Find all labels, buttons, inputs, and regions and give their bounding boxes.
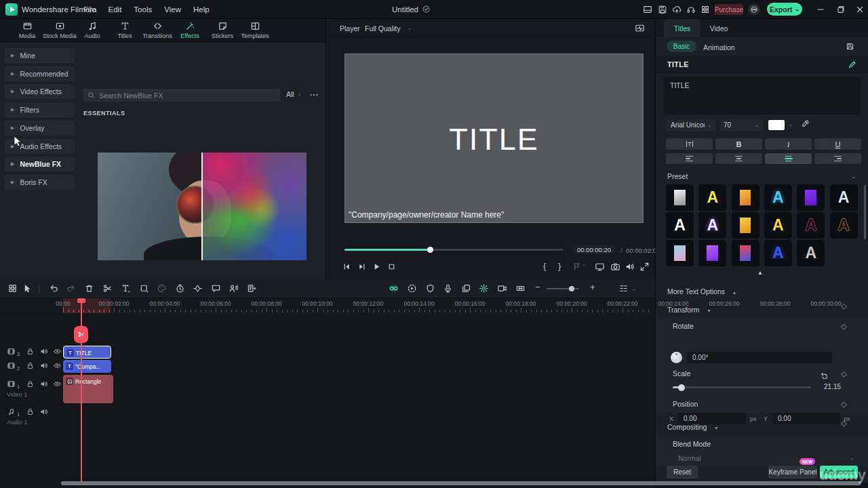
sidebar-item-mine[interactable]: ▶Mine bbox=[4, 48, 75, 63]
close-button[interactable] bbox=[855, 5, 865, 14]
udemy-watermark: udemy bbox=[819, 466, 865, 484]
preview-canvas[interactable]: TITLE "Company/page/owner/creator Name h… bbox=[344, 54, 644, 223]
seek-bar[interactable] bbox=[344, 249, 564, 251]
resources-grid-icon[interactable] bbox=[701, 5, 710, 14]
mark-in-button[interactable]: { bbox=[543, 261, 546, 271]
media-icon bbox=[22, 21, 33, 31]
menu-help[interactable]: Help bbox=[193, 5, 210, 14]
sidebar-item-filters[interactable]: ▶Filters bbox=[4, 102, 75, 117]
preset-white[interactable]: A bbox=[666, 212, 694, 239]
clip-label: TITLE bbox=[76, 350, 92, 357]
preset-blue[interactable]: A bbox=[764, 240, 792, 266]
quality-dropdown[interactable]: Full Quality bbox=[365, 24, 401, 33]
marker-chevron-icon: ⌄ bbox=[582, 261, 587, 267]
preset-yellow-2[interactable]: A bbox=[764, 212, 792, 239]
sidebar-item-video-effects[interactable]: ▶Video Effects bbox=[4, 84, 75, 99]
tab-audio[interactable]: Audio bbox=[76, 21, 108, 41]
previous-frame-button[interactable] bbox=[342, 262, 352, 272]
search-bar[interactable] bbox=[83, 89, 280, 102]
scopes-icon[interactable] bbox=[635, 23, 645, 33]
sidebar-item-newblue-fx[interactable]: ▶NewBlue FX bbox=[4, 157, 75, 171]
sidebar-item-recommended[interactable]: ▶Recommended bbox=[4, 66, 75, 81]
tab-templates[interactable]: Templates bbox=[239, 21, 271, 41]
export-button[interactable]: Export ⌄ bbox=[767, 3, 802, 16]
preset-letter: A bbox=[707, 218, 718, 233]
menu-edit[interactable]: Edit bbox=[108, 5, 122, 14]
stop-button[interactable] bbox=[387, 262, 397, 272]
menu-file[interactable]: File bbox=[83, 5, 96, 14]
layout-panel-icon[interactable] bbox=[643, 5, 652, 14]
clip-title[interactable]: TTITLE bbox=[63, 346, 111, 359]
preset-letter: A bbox=[674, 218, 686, 233]
preset-purple[interactable]: A bbox=[797, 184, 825, 211]
clip-label: "Compa... bbox=[75, 363, 101, 370]
promo-color-effect-overlay bbox=[202, 152, 307, 260]
tab-titles[interactable]: Titles bbox=[108, 21, 141, 41]
search-input[interactable] bbox=[99, 92, 262, 100]
support-headset-icon[interactable] bbox=[686, 5, 696, 14]
volume-button[interactable] bbox=[625, 262, 635, 272]
mark-out-button[interactable]: } bbox=[558, 261, 561, 271]
new-badge: NEW bbox=[800, 458, 815, 465]
preset-silver-2[interactable]: A bbox=[797, 240, 825, 266]
mirror-display-button[interactable] bbox=[595, 262, 605, 272]
preset-yellow[interactable]: A bbox=[698, 184, 726, 211]
filmora-window: Wondershare Filmora FileEditToolsViewHel… bbox=[0, 0, 868, 488]
filter-all-dropdown[interactable]: All ⌄ bbox=[286, 90, 302, 98]
preset-violet[interactable]: A bbox=[698, 240, 726, 266]
playhead-handle[interactable] bbox=[77, 298, 85, 303]
tab-media[interactable]: Media bbox=[11, 21, 43, 41]
canvas-credit-text: "Company/page/owner/creator Name here" bbox=[349, 210, 504, 220]
preset-gold[interactable]: A bbox=[732, 212, 760, 239]
preset-white-violet-glow[interactable]: A bbox=[698, 212, 726, 239]
newbluefx-promo-image[interactable] bbox=[98, 152, 307, 260]
next-frame-button[interactable] bbox=[357, 262, 367, 272]
properties-panel: Titles Video Basic Animation TITLE TITLE… bbox=[655, 19, 868, 483]
save-icon[interactable] bbox=[658, 5, 667, 14]
seek-thumb[interactable] bbox=[427, 247, 433, 253]
tab-label: Stock Media bbox=[43, 33, 77, 39]
preset-letter: A bbox=[674, 190, 686, 205]
filmora-logo-icon bbox=[5, 3, 18, 16]
player-panel: Player Full Quality ⌄ TITLE "Company/pag… bbox=[326, 19, 654, 279]
tab-transitions[interactable]: Transitions bbox=[141, 21, 174, 41]
clip-rectangle[interactable]: Rectangle bbox=[63, 375, 113, 403]
sidebar-item-label: Boris FX bbox=[20, 178, 47, 186]
clip--compa-[interactable]: T"Compa... bbox=[63, 360, 111, 373]
more-options-icon[interactable] bbox=[309, 90, 319, 100]
preset-silver[interactable]: A bbox=[666, 184, 694, 211]
preset-cyan[interactable]: A bbox=[764, 184, 792, 211]
preset-letter: A bbox=[805, 245, 816, 261]
snapshot-camera-button[interactable] bbox=[610, 262, 620, 272]
preset-red-blue[interactable]: A bbox=[732, 240, 760, 266]
tab-effects[interactable]: Effects bbox=[174, 21, 206, 41]
preset-amber-outline[interactable]: A bbox=[830, 212, 858, 239]
fullscreen-button[interactable] bbox=[639, 262, 650, 272]
player-header: Player Full Quality ⌄ bbox=[326, 19, 654, 37]
marker-button[interactable] bbox=[572, 262, 582, 272]
timeline-horizontal-scrollbar[interactable] bbox=[61, 481, 861, 485]
timecode-separator: / bbox=[620, 247, 623, 254]
playhead-split-button[interactable] bbox=[74, 326, 88, 343]
account-globe-icon[interactable] bbox=[748, 3, 760, 16]
tab-stickers[interactable]: Stickers bbox=[206, 21, 239, 41]
preset-dark-red-outline[interactable]: A bbox=[797, 212, 825, 239]
chevron-right-icon: ▶ bbox=[11, 161, 14, 167]
purchase-button[interactable]: Purchase bbox=[715, 4, 743, 15]
menu-view[interactable]: View bbox=[164, 5, 181, 14]
restore-button[interactable] bbox=[836, 5, 846, 14]
play-button[interactable] bbox=[372, 262, 382, 272]
preset-pale-blue[interactable]: A bbox=[830, 184, 858, 211]
preset-orange-gold[interactable]: A bbox=[732, 184, 760, 211]
minimize-button[interactable] bbox=[816, 5, 825, 14]
sidebar-item-overlay[interactable]: ▶Overlay bbox=[4, 121, 75, 136]
preset-letter: A bbox=[772, 245, 784, 261]
menu-tools[interactable]: Tools bbox=[134, 5, 152, 14]
tab-stock-media[interactable]: Stock Media bbox=[43, 21, 76, 41]
preset-letter: A bbox=[674, 245, 686, 261]
timeline-panel: − + ⌄ 00:0000:00:02:0000:00:04:0000:00:0… bbox=[0, 279, 655, 488]
sidebar-item-boris-fx[interactable]: ▶Boris FX bbox=[4, 175, 75, 190]
clip-label: Rectangle bbox=[75, 378, 101, 385]
upload-cloud-icon[interactable] bbox=[672, 5, 682, 14]
preset-pink-cyan[interactable]: A bbox=[666, 240, 694, 266]
